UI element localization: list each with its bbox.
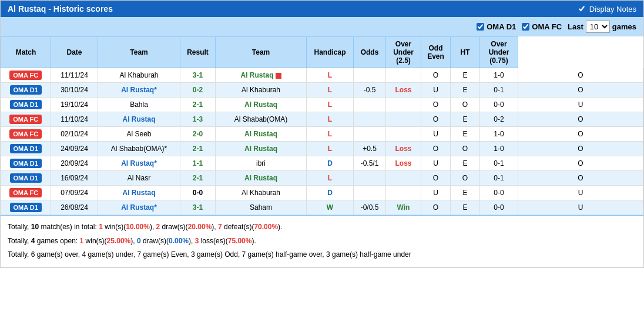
match-badge-cell: OMA D1 xyxy=(1,171,51,186)
over-under075-cell: O xyxy=(518,112,643,127)
date-cell: 26/08/24 xyxy=(51,200,98,215)
match-badge-cell: OMA D1 xyxy=(1,200,51,215)
outcome-label: L xyxy=(328,115,332,123)
result-cell: 1-1 xyxy=(180,156,216,171)
odd-even-cell: O xyxy=(451,171,480,186)
col-over-under075: Over Under (0.75) xyxy=(480,37,518,68)
team2-name: Al Khaburah xyxy=(242,189,280,197)
display-notes-checkbox[interactable] xyxy=(578,5,586,13)
team1-cell: Al Rustaq* xyxy=(98,200,180,215)
team1-name: Al Nasr xyxy=(128,174,150,182)
table-row: OMA D130/10/24Al Rustaq*0-2Al KhaburahL-… xyxy=(1,83,643,98)
team1-cell: Al Rustaq* xyxy=(98,156,180,171)
match-badge-cell: OMA D1 xyxy=(1,156,51,171)
omad1-checkbox[interactable] xyxy=(477,23,484,31)
over-under075-cell: U xyxy=(518,186,643,200)
match-badge: OMA D1 xyxy=(10,173,42,183)
omad1-filter: OMA D1 xyxy=(477,22,516,31)
header: Al Rustaq - Historic scores Display Note… xyxy=(1,1,643,17)
odds-label: Loss xyxy=(395,159,411,167)
summary-line1: Totally, 10 match(es) in total: 1 win(s)… xyxy=(8,221,636,234)
odd-even-cell: E xyxy=(451,83,480,98)
team1-name: Al Rustaq* xyxy=(121,203,157,212)
ht-cell: 1-0 xyxy=(480,127,518,142)
summary-section: Totally, 10 match(es) in total: 1 win(s)… xyxy=(1,215,643,267)
team2-name: Al Shabab(OMA) xyxy=(234,115,288,123)
handicap-cell: -0/0.5 xyxy=(354,200,386,215)
over-under075-cell: O xyxy=(518,83,643,98)
over-under075-cell: U xyxy=(518,98,643,112)
team2-name: Al Rustaq xyxy=(244,174,277,182)
display-notes-area: Display Notes xyxy=(578,5,636,14)
col-odd-even: Odd Even xyxy=(421,37,451,68)
table-row: OMA FC07/09/24Al Rustaq0-0Al KhaburahDUE… xyxy=(1,186,643,200)
over-under-cell: U xyxy=(421,186,451,200)
odds-label: Loss xyxy=(395,86,411,94)
match-badge: OMA FC xyxy=(9,71,42,80)
match-badge-cell: OMA D1 xyxy=(1,142,51,156)
team1-name: Al Rustaq xyxy=(122,189,155,197)
omafc-checkbox[interactable] xyxy=(522,23,529,31)
red-card-icon xyxy=(276,73,281,79)
ht-cell: 1-0 xyxy=(480,142,518,156)
page-title: Al Rustaq - Historic scores xyxy=(8,4,113,14)
over-under075-cell: O xyxy=(518,156,643,171)
handicap-cell: -0.5/1 xyxy=(354,156,386,171)
odd-even-cell: E xyxy=(451,156,480,171)
col-team2: Team xyxy=(216,37,307,68)
result-score: 2-0 xyxy=(193,130,203,138)
summary-line2: Totally, 4 games open: 1 win(s)(25.00%),… xyxy=(8,235,636,248)
over-under-cell: O xyxy=(421,112,451,127)
match-badge-cell: OMA D1 xyxy=(1,98,51,112)
match-badge: OMA D1 xyxy=(10,203,42,212)
odd-even-cell: E xyxy=(451,186,480,200)
team2-name: Al Rustaq xyxy=(240,71,273,79)
result-cell: 2-1 xyxy=(180,171,216,186)
date-cell: 07/09/24 xyxy=(51,186,98,200)
games-select[interactable]: 5 10 15 20 25 30 xyxy=(586,21,610,33)
over-under-cell: O xyxy=(421,98,451,112)
odd-even-cell: E xyxy=(451,68,480,83)
team2-cell: ibri xyxy=(216,156,307,171)
omad1-label: OMA D1 xyxy=(487,22,516,31)
odds-cell: Loss xyxy=(386,83,421,98)
last-label: Last xyxy=(568,22,583,31)
over-under075-cell: O xyxy=(518,142,643,156)
team1-cell: Al Rustaq xyxy=(98,112,180,127)
outcome-label: D xyxy=(327,189,333,197)
table-row: OMA FC11/10/24Al Rustaq1-3Al Shabab(OMA)… xyxy=(1,112,643,127)
date-cell: 02/10/24 xyxy=(51,127,98,142)
team2-cell: Al Khaburah xyxy=(216,83,307,98)
match-badge: OMA FC xyxy=(9,129,42,139)
ht-cell: 0-2 xyxy=(480,112,518,127)
date-cell: 20/09/24 xyxy=(51,156,98,171)
odd-even-cell: O xyxy=(451,142,480,156)
over-under-cell: U xyxy=(421,127,451,142)
handicap-cell: -0.5 xyxy=(354,83,386,98)
col-ht: HT xyxy=(451,37,480,68)
team2-name: Saham xyxy=(250,203,272,212)
result-score: 3-1 xyxy=(193,71,203,79)
over-under075-cell: O xyxy=(518,127,643,142)
team1-name: Al Seeb xyxy=(126,130,151,138)
team2-cell: Al Shabab(OMA) xyxy=(216,112,307,127)
handicap-cell xyxy=(354,127,386,142)
over-under-cell: U xyxy=(421,156,451,171)
outcome-cell: L xyxy=(307,83,354,98)
ht-cell: 0-1 xyxy=(480,156,518,171)
over-under075-cell: O xyxy=(518,171,643,186)
handicap-cell: +0.5 xyxy=(354,142,386,156)
odds-cell xyxy=(386,98,421,112)
odd-even-cell: E xyxy=(451,112,480,127)
ht-cell: 1-0 xyxy=(480,68,518,83)
team2-name: Al Rustaq xyxy=(244,100,277,109)
match-badge: OMA D1 xyxy=(10,100,42,109)
team1-name: Al Rustaq xyxy=(122,115,155,123)
team2-cell: Al Rustaq xyxy=(216,142,307,156)
odd-even-cell: E xyxy=(451,127,480,142)
team2-cell: Al Rustaq xyxy=(216,127,307,142)
team1-cell: Al Rustaq xyxy=(98,186,180,200)
outcome-label: W xyxy=(327,203,333,212)
outcome-cell: D xyxy=(307,156,354,171)
odds-cell xyxy=(386,112,421,127)
